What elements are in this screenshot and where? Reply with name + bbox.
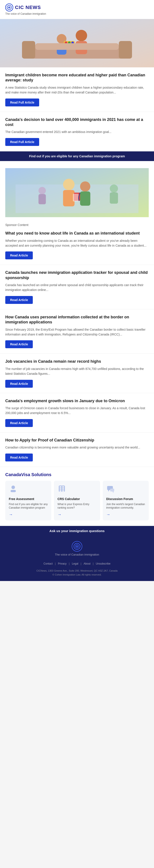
article-3-excerpt: Whether you're considering coming to Can… <box>5 238 149 248</box>
free-assessment-icon <box>9 484 48 495</box>
svg-rect-28 <box>10 490 16 492</box>
crs-calculator-card[interactable]: CRS Calculator What is your Express Entr… <box>54 481 100 521</box>
crs-calculator-title: CRS Calculator <box>57 497 96 501</box>
svg-rect-14 <box>35 43 119 50</box>
svg-rect-32 <box>60 488 61 490</box>
article-2-read-button[interactable]: Read Full Article <box>5 138 39 146</box>
svg-point-23 <box>38 187 46 194</box>
free-assessment-card[interactable]: Free Assessment Find out if you are elig… <box>5 481 51 521</box>
article-8-read-button[interactable]: Read Article <box>5 454 33 461</box>
article-card-3: Sponsor Content What you need to know ab… <box>0 161 154 265</box>
svg-rect-38 <box>110 489 114 492</box>
article-4-read-button[interactable]: Read Article <box>5 296 33 304</box>
article-6-excerpt: The number of job vacancies in Canada re… <box>5 366 149 376</box>
discussion-forum-arrow[interactable]: → <box>106 512 145 517</box>
article-7-read-button[interactable]: Read Article <box>5 419 33 427</box>
article-3-title: What you need to know about life in Cana… <box>5 231 149 236</box>
svg-point-8 <box>76 30 87 41</box>
svg-marker-37 <box>108 490 109 492</box>
cic-news-logo-icon <box>5 3 13 11</box>
discussion-forum-card[interactable]: Discussion Forum Join the world's larges… <box>103 481 149 521</box>
footer-logo-circle <box>72 541 82 552</box>
canadavisa-title: CanadaVisa Solutions <box>5 472 149 477</box>
footer-address: CICNews, 1303 Greene Ave., Suite 200, We… <box>0 567 154 581</box>
svg-rect-31 <box>62 487 64 488</box>
tagline: The voice of Canadian immigration <box>5 12 149 16</box>
svg-rect-30 <box>60 487 61 488</box>
svg-marker-39 <box>112 492 114 493</box>
article-1-title: Immigrant children become more educated … <box>5 73 149 83</box>
article-1-excerpt: A new Statistics Canada study shows immi… <box>5 85 149 95</box>
svg-rect-4 <box>22 41 35 59</box>
svg-rect-5 <box>119 41 132 59</box>
article-card-1: Immigrant children become more educated … <box>0 67 154 112</box>
article-3-read-button[interactable]: Read Article <box>5 251 33 259</box>
svg-point-17 <box>63 179 75 190</box>
article-card-6: Job vacancies in Canada remain near reco… <box>0 354 154 393</box>
article-card-7: Canada's employment growth slows in Janu… <box>0 393 154 432</box>
discussion-forum-desc: Join the world's largest Canadian immigr… <box>106 502 145 510</box>
article-8-title: How to Apply for Proof of Canadian Citiz… <box>5 438 149 443</box>
article-card-8: How to Apply for Proof of Canadian Citiz… <box>0 432 154 467</box>
svg-rect-26 <box>110 192 118 204</box>
article-card-5: How Canada uses personal information col… <box>0 309 154 354</box>
crs-calculator-desc: What is your Express Entry ranking score… <box>57 502 96 510</box>
sponsor-image-container <box>5 166 149 220</box>
svg-rect-35 <box>62 490 64 492</box>
article-6-title: Job vacancies in Canada remain near reco… <box>5 359 149 364</box>
cta-banner[interactable]: Find out if you are eligible for any Can… <box>0 151 154 161</box>
footer-logo-section: The voice of Canadian immigration <box>0 536 154 561</box>
header: CIC NEWS The voice of Canadian immigrati… <box>0 0 154 19</box>
hero-image <box>0 19 154 67</box>
svg-rect-18 <box>63 190 75 207</box>
free-assessment-arrow[interactable]: → <box>9 512 48 517</box>
article-card-2: Canada's decision to land over 400,000 i… <box>0 112 154 151</box>
free-assessment-desc: Find out if you are eligible for any Can… <box>9 502 48 510</box>
footer-links: Contact | Privacy | Legal | About | Unsu… <box>0 561 154 567</box>
logo-text: CIC NEWS <box>15 5 41 10</box>
footer-link-about[interactable]: About <box>84 562 91 565</box>
hero-illustration <box>0 19 154 67</box>
footer-link-unsubscribe[interactable]: Unsubscribe <box>96 562 110 565</box>
ask-banner[interactable]: Ask us your immigration questions <box>0 526 154 536</box>
footer-link-legal[interactable]: Legal <box>72 562 78 565</box>
free-assessment-title: Free Assessment <box>9 497 48 501</box>
svg-point-25 <box>110 184 118 192</box>
article-1-read-button[interactable]: Read Full Article <box>5 98 39 106</box>
crs-calculator-icon <box>57 484 96 495</box>
footer-address-line1: CICNews, 1303 Greene Ave., Suite 200, We… <box>5 569 149 573</box>
footer-link-privacy[interactable]: Privacy <box>58 562 67 565</box>
svg-point-19 <box>80 182 91 192</box>
footer-link-contact[interactable]: Contact <box>44 562 53 565</box>
sponsor-label: Sponsor Content <box>5 222 149 227</box>
article-2-title: Canada's decision to land over 400,000 i… <box>5 117 149 127</box>
footer-address-line2: © Cohen Immigration Law. All rights rese… <box>5 573 149 577</box>
article-card-4: Canada launches new immigration applicat… <box>0 265 154 309</box>
article-5-excerpt: Since February 2019, the Entry/Exit Prog… <box>5 327 149 337</box>
discussion-forum-title: Discussion Forum <box>106 497 145 501</box>
canadavisa-grid: Free Assessment Find out if you are elig… <box>5 481 149 521</box>
svg-rect-20 <box>80 191 91 206</box>
article-7-title: Canada's employment growth slows in Janu… <box>5 399 149 403</box>
article-5-title: How Canada uses personal information col… <box>5 315 149 325</box>
article-4-excerpt: Canada has launched an online portal whe… <box>5 283 149 292</box>
crs-calculator-arrow[interactable]: → <box>57 512 96 517</box>
svg-rect-24 <box>38 194 46 204</box>
canadavisa-section: CanadaVisa Solutions Free Assessment Fin… <box>0 467 154 526</box>
sponsor-illustration <box>5 166 149 219</box>
logo-row: CIC NEWS <box>5 3 149 11</box>
article-7-excerpt: The surge of Omicron cases in Canada for… <box>5 406 149 415</box>
footer-tagline: The voice of Canadian immigration <box>5 553 149 556</box>
article-2-excerpt: The Canadian government entered 2021 wit… <box>5 129 149 134</box>
article-4-title: Canada launches new immigration applicat… <box>5 270 149 280</box>
article-6-read-button[interactable]: Read Article <box>5 380 33 388</box>
footer-logo-icon <box>74 543 80 550</box>
article-8-excerpt: Canadian citizenship is becoming even mo… <box>5 445 149 450</box>
article-5-read-button[interactable]: Read Article <box>5 340 33 348</box>
discussion-forum-icon <box>106 484 145 495</box>
svg-rect-34 <box>60 490 61 492</box>
svg-rect-33 <box>62 488 64 490</box>
svg-point-27 <box>11 486 15 489</box>
svg-rect-22 <box>73 193 79 201</box>
